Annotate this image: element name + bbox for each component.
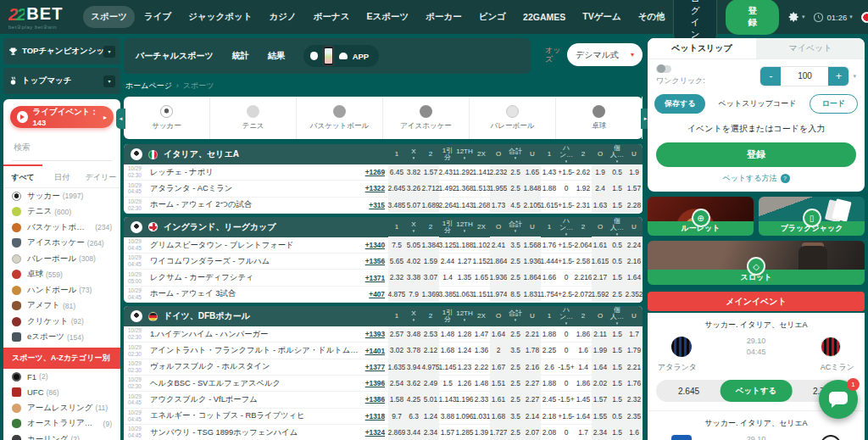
odds-column-header[interactable]: 2X [473, 218, 490, 237]
odds-cell[interactable]: 1.031 [473, 408, 490, 424]
odds-cell[interactable]: 2.264 [439, 197, 456, 213]
match-name[interactable]: ワイコムワンダラーズ - フルハム [147, 256, 360, 267]
odds-cell[interactable]: 3.125 [439, 237, 456, 253]
odds-column-header[interactable]: 2 [575, 307, 592, 326]
odds-column-header[interactable]: 1引分 [439, 145, 456, 164]
match-name[interactable]: アタランタ - ACミラン [147, 183, 360, 194]
menu-item[interactable]: TVゲーム [575, 6, 628, 28]
odds-column-header[interactable]: U [626, 307, 643, 326]
language-control[interactable]: JP ▾ [861, 12, 868, 23]
odds-cell[interactable]: 1.754 [541, 286, 558, 302]
odds-column-header[interactable]: 12TH [456, 145, 473, 164]
sidebar-sport-item[interactable]: バスケットボール (234) [3, 220, 120, 236]
odds-cell[interactable]: 3.82 [405, 164, 422, 181]
one-click-toggle[interactable] [656, 65, 671, 73]
sidebar-sport-item[interactable]: バレーボール (308) [3, 251, 120, 267]
odds-cell[interactable]: 4.975 [422, 359, 439, 375]
more-markets-link[interactable]: +1401 [360, 347, 388, 355]
odds-cell[interactable]: 2.21 [626, 359, 643, 375]
odds-column-header[interactable]: 合計 [507, 145, 524, 164]
odds-cell[interactable]: 4.875 [388, 286, 405, 302]
time-control[interactable]: 01:26 ▾ [813, 12, 852, 23]
odds-cell[interactable]: 1.57 [422, 164, 439, 181]
odds-cell[interactable]: 1.936 [490, 270, 507, 286]
odds-cell[interactable]: 3.5 [507, 237, 524, 253]
odds-format-select[interactable]: デシマル式 ▾ [567, 43, 643, 66]
betslip-register-button[interactable]: 登録 [656, 142, 856, 167]
match-name[interactable]: サンパウリ - TSG 1899ホッフェンハイム [147, 427, 360, 438]
odds-cell[interactable]: 2.11 [592, 326, 609, 343]
sidebar-sport-item[interactable]: アイスホッケー (264) [3, 236, 120, 252]
odds-cell[interactable]: 1.5 [439, 375, 456, 391]
odds-column-header[interactable]: ハン… [558, 307, 575, 326]
odds-cell[interactable]: 2.4 [592, 181, 609, 197]
odds-cell[interactable]: 2.232 [490, 164, 507, 181]
odds-column-header[interactable]: 2X [473, 145, 490, 164]
odds-cell[interactable]: 2.28 [626, 197, 643, 213]
odds-cell[interactable]: 0.5 [609, 253, 626, 270]
menu-item[interactable]: ジャックポット [181, 6, 259, 28]
odds-cell[interactable]: 1.444 [541, 253, 558, 270]
odds-cell[interactable]: 3.485 [388, 197, 405, 213]
odds-cell[interactable]: 1.24 [422, 408, 439, 424]
odds-cell[interactable]: 1.188 [456, 237, 473, 253]
odds-cell[interactable]: 1.59 [422, 253, 439, 270]
save-button[interactable]: 保存する [654, 94, 705, 114]
odds-cell[interactable]: 1.955 [490, 181, 507, 197]
odds-cell[interactable]: 8.5 [507, 286, 524, 302]
odds-column-header[interactable]: 2 [575, 218, 592, 237]
home-odds[interactable]: 2.645 [678, 387, 699, 396]
match-name[interactable]: レッチェ - ナポリ [147, 167, 360, 178]
odds-cell[interactable]: 2.31 [575, 197, 592, 213]
more-markets-link[interactable]: +1356 [360, 257, 388, 265]
odds-cell[interactable]: 1.848 [524, 181, 541, 197]
odds-cell[interactable]: 1.102 [473, 237, 490, 253]
odds-cell[interactable]: 3.44 [405, 424, 422, 440]
odds-column-header[interactable]: O [592, 218, 609, 237]
odds-cell[interactable]: 2.16 [626, 253, 643, 270]
odds-cell[interactable]: 4.25 [405, 392, 422, 408]
odds-cell[interactable]: 2.5 [507, 164, 524, 181]
odds-cell[interactable]: 2.45 [541, 392, 558, 408]
bet-button[interactable]: ベットする [721, 380, 793, 402]
odds-cell[interactable]: 1.39 [473, 424, 490, 440]
odds-cell[interactable]: 1.61 [592, 237, 609, 253]
odds-cell[interactable]: 1.64 [490, 326, 507, 343]
odds-cell[interactable]: +2.5- [558, 286, 575, 302]
odds-column-header[interactable]: U [524, 218, 541, 237]
odds-column-header[interactable]: 12TH [456, 307, 473, 326]
odds-cell[interactable]: 2.5 [507, 270, 524, 286]
odds-cell[interactable]: 2.5 [507, 392, 524, 408]
brand-logo[interactable]: 22 BET bet②play bet②win [8, 5, 63, 30]
odds-column-header[interactable]: U [524, 145, 541, 164]
chat-button[interactable]: 1 [819, 380, 858, 419]
odds-cell[interactable]: 1.88 [541, 326, 558, 343]
odds-cell[interactable]: 1.063 [456, 286, 473, 302]
odds-cell[interactable]: 1.635 [388, 359, 405, 375]
odds-cell[interactable]: 1.292 [456, 164, 473, 181]
match-name[interactable]: 1.ハイデンハイム - ハンバーガー [147, 329, 360, 340]
sport-tab[interactable]: バスケットボール [297, 97, 383, 139]
odds-cell[interactable]: 1.974 [490, 286, 507, 302]
more-markets-link[interactable]: +1396 [360, 379, 388, 387]
odds-cell[interactable]: 2.5 [507, 375, 524, 391]
odds-cell[interactable]: 1.58 [388, 392, 405, 408]
odds-cell[interactable]: 2.41 [490, 237, 507, 253]
sidebar-sport-item[interactable]: カーリング (2) [3, 432, 120, 440]
odds-cell[interactable]: 1.268 [473, 197, 490, 213]
odds-cell[interactable]: 2.33 [473, 392, 490, 408]
odds-cell[interactable]: +1.5- [558, 197, 575, 213]
odds-cell[interactable]: 1.78 [524, 343, 541, 359]
odds-cell[interactable]: 1.864 [524, 270, 541, 286]
odds-cell[interactable]: 1.76 [626, 375, 643, 391]
sidebar-item-top-championship[interactable]: TOPチャンピオンシップ ▾ [3, 38, 120, 64]
odds-column-header[interactable]: 2 [422, 218, 439, 237]
odds-column-header[interactable]: 個人… [609, 145, 626, 164]
odds-cell[interactable]: 1.64 [626, 270, 643, 286]
odds-cell[interactable]: 1.6 [626, 424, 643, 440]
sidebar-sport-item[interactable]: テニス (600) [3, 204, 120, 220]
sidebar-sport-item[interactable]: eスポーツ (154) [3, 330, 120, 346]
register-button[interactable]: 登録 [726, 0, 779, 35]
odds-cell[interactable]: 1.86 [575, 326, 592, 343]
odds-cell[interactable]: 1.513 [473, 181, 490, 197]
